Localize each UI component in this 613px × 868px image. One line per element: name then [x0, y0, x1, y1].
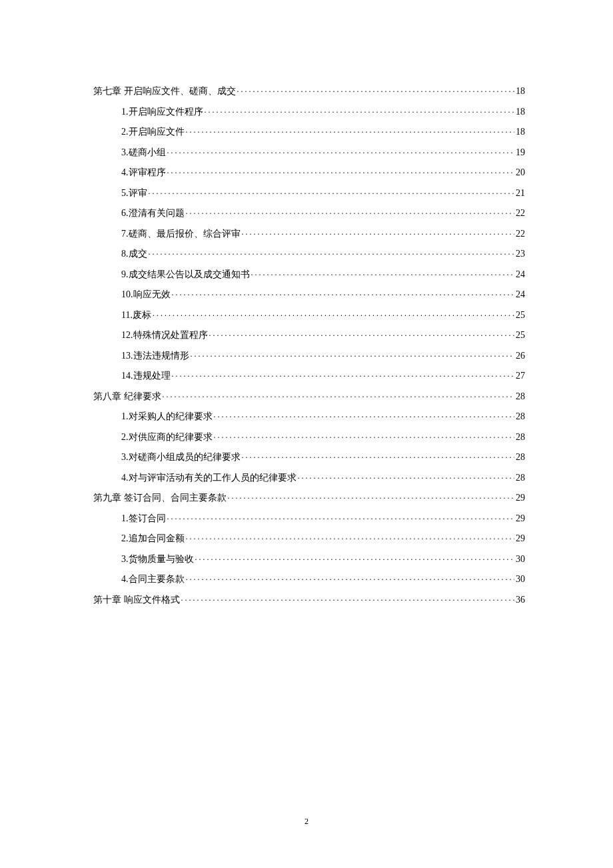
toc-label: 10.响应无效 — [121, 285, 171, 305]
toc-leader-dots — [251, 265, 515, 285]
toc-leader-dots — [172, 367, 515, 387]
toc-page-number: 30 — [516, 549, 525, 569]
toc-label: 2.对供应商的纪律要求 — [121, 427, 213, 447]
toc-page-number: 18 — [516, 122, 525, 142]
toc-page-number: 26 — [516, 346, 525, 366]
toc-section: 1.对采购人的纪律要求28 — [93, 407, 525, 427]
toc-page-number: 21 — [516, 183, 525, 203]
toc-page-number: 29 — [516, 509, 525, 529]
toc-page-number: 29 — [516, 529, 525, 549]
toc-section: 4.对与评审活动有关的工作人员的纪律要求28 — [93, 468, 525, 489]
toc-label: 1.对采购人的纪律要求 — [121, 407, 213, 427]
toc-leader-dots — [172, 285, 515, 305]
toc-leader-dots — [228, 489, 515, 509]
toc-leader-dots — [209, 326, 515, 346]
toc-label: 第十章 响应文件格式 — [93, 590, 180, 610]
toc-page-number: 30 — [516, 569, 525, 589]
toc-leader-dots — [167, 509, 515, 529]
toc-page-number: 28 — [516, 468, 525, 488]
toc-leader-dots — [237, 82, 515, 102]
toc-label: 第七章 开启响应文件、磋商、成交 — [93, 81, 236, 101]
toc-label: 4.合同主要条款 — [121, 569, 185, 589]
toc-label: 11.废标 — [121, 305, 151, 325]
toc-leader-dots — [167, 163, 515, 183]
toc-label: 2.追加合同金额 — [121, 529, 185, 549]
toc-leader-dots — [186, 529, 515, 549]
toc-section: 11.废标25 — [93, 305, 525, 326]
toc-section: 4.评审程序20 — [93, 163, 525, 183]
toc-label: 14.违规处理 — [121, 366, 171, 386]
toc-page-number: 25 — [516, 305, 525, 325]
toc-page-number: 24 — [516, 285, 525, 305]
toc-label: 3.磋商小组 — [121, 143, 166, 163]
toc-section: 14.违规处理27 — [93, 366, 525, 387]
toc-label: 4.对与评审活动有关的工作人员的纪律要求 — [121, 468, 297, 488]
toc-section: 6.澄清有关问题22 — [93, 203, 525, 224]
toc-label: 第九章 签订合同、合同主要条款 — [93, 488, 227, 508]
toc-leader-dots — [298, 469, 515, 489]
toc-leader-dots — [186, 204, 515, 224]
toc-leader-dots — [153, 306, 514, 326]
toc-leader-dots — [186, 570, 515, 590]
toc-section: 3.对磋商小组成员的纪律要求28 — [93, 447, 525, 468]
toc-page-number: 29 — [516, 488, 525, 508]
toc-page-number: 18 — [516, 102, 525, 122]
toc-label: 2.开启响应文件 — [121, 122, 185, 142]
toc-leader-dots — [242, 225, 515, 245]
toc-page-number: 28 — [516, 447, 525, 467]
toc-label: 第八章 纪律要求 — [93, 387, 161, 407]
toc-leader-dots — [163, 387, 515, 407]
toc-label: 7.磋商、最后报价、综合评审 — [121, 224, 241, 244]
toc-label: 12.特殊情况处置程序 — [121, 325, 208, 345]
toc-label: 8.成交 — [121, 244, 147, 264]
toc-page-number: 20 — [516, 163, 525, 183]
toc-section: 8.成交23 — [93, 244, 525, 265]
toc-leader-dots — [186, 123, 515, 143]
toc-section: 9.成交结果公告以及成交通知书24 — [93, 265, 525, 285]
toc-section: 1.开启响应文件程序18 — [93, 102, 525, 123]
toc-section: 5.评审21 — [93, 183, 525, 204]
toc-label: 1.签订合同 — [121, 509, 166, 529]
toc-page-number: 24 — [516, 265, 525, 285]
toc-page-number: 22 — [516, 224, 525, 244]
toc-leader-dots — [205, 103, 515, 123]
toc-label: 5.评审 — [121, 183, 147, 203]
toc-section: 4.合同主要条款30 — [93, 569, 525, 590]
toc-leader-dots — [167, 143, 515, 163]
toc-leader-dots — [149, 245, 515, 265]
toc-label: 3.对磋商小组成员的纪律要求 — [121, 447, 241, 467]
toc-page-number: 18 — [516, 81, 525, 101]
toc-page-number: 25 — [516, 325, 525, 345]
toc-section: 12.特殊情况处置程序25 — [93, 325, 525, 346]
toc-page-number: 27 — [516, 366, 525, 386]
toc-page-number: 36 — [516, 590, 525, 610]
toc-label: 6.澄清有关问题 — [121, 203, 185, 223]
toc-section: 7.磋商、最后报价、综合评审22 — [93, 224, 525, 245]
toc-leader-dots — [195, 550, 515, 570]
toc-leader-dots — [181, 591, 515, 611]
toc-container: 第七章 开启响应文件、磋商、成交181.开启响应文件程序182.开启响应文件18… — [0, 0, 613, 610]
toc-leader-dots — [191, 347, 515, 367]
toc-section: 1.签订合同29 — [93, 509, 525, 529]
toc-label: 4.评审程序 — [121, 163, 166, 183]
toc-page-number: 28 — [516, 387, 525, 407]
toc-section: 10.响应无效24 — [93, 285, 525, 305]
toc-chapter: 第十章 响应文件格式36 — [93, 590, 525, 611]
toc-label: 13.违法违规情形 — [121, 346, 189, 366]
toc-section: 3.货物质量与验收30 — [93, 549, 525, 570]
toc-page-number: 28 — [516, 407, 525, 427]
toc-leader-dots — [214, 428, 515, 448]
toc-page-number: 19 — [516, 143, 525, 163]
toc-leader-dots — [242, 448, 515, 468]
toc-label: 3.货物质量与验收 — [121, 549, 194, 569]
toc-chapter: 第七章 开启响应文件、磋商、成交18 — [93, 81, 525, 102]
page-number: 2 — [0, 817, 613, 827]
toc-section: 2.对供应商的纪律要求28 — [93, 427, 525, 448]
toc-chapter: 第八章 纪律要求28 — [93, 387, 525, 407]
toc-page-number: 28 — [516, 427, 525, 447]
toc-page-number: 23 — [516, 244, 525, 264]
toc-label: 1.开启响应文件程序 — [121, 102, 203, 122]
toc-chapter: 第九章 签订合同、合同主要条款29 — [93, 488, 525, 509]
toc-leader-dots — [214, 407, 515, 427]
toc-leader-dots — [149, 184, 515, 204]
